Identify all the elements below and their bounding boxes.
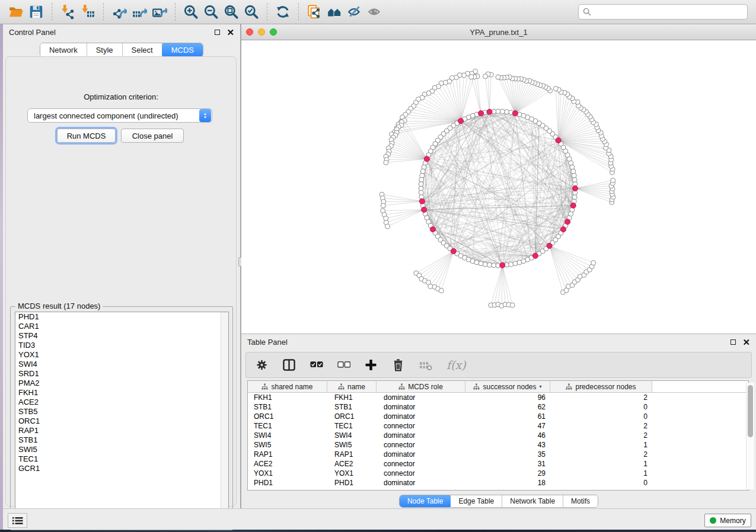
column-header-MCDS-role[interactable]: MCDS role xyxy=(377,381,465,392)
column-header-shared-name[interactable]: shared name xyxy=(248,381,327,392)
memory-button[interactable]: Memory xyxy=(704,514,751,527)
close-table-panel-icon[interactable]: ✕ xyxy=(742,338,750,347)
table-row[interactable]: SWI5SWI5connector431 xyxy=(248,440,748,450)
cell-name: ORC1 xyxy=(327,412,377,421)
mcds-result-item[interactable]: PMA2 xyxy=(15,379,228,388)
column-header-successor-nodes[interactable]: successor nodes▾ xyxy=(465,381,550,392)
select-all-checks-button[interactable] xyxy=(310,358,323,371)
close-panel-icon[interactable]: ✕ xyxy=(227,28,234,37)
mcds-result-item[interactable]: STB1 xyxy=(15,435,228,445)
window-minimize-icon[interactable] xyxy=(258,28,265,36)
add-column-icon xyxy=(365,358,378,371)
table-scrollbar-thumb[interactable] xyxy=(748,385,753,437)
mcds-result-item[interactable]: PHD1 xyxy=(15,312,228,322)
mcds-result-item[interactable]: SRD1 xyxy=(15,369,228,379)
table-row[interactable]: PHD1PHD1dominator180 xyxy=(248,478,748,488)
network-canvas[interactable] xyxy=(241,40,756,334)
mcds-result-item[interactable]: RAP1 xyxy=(15,426,228,435)
table-row[interactable]: SWI4SWI4dominator462 xyxy=(248,431,748,440)
cell-successor-nodes: 18 xyxy=(465,479,550,487)
export-network-button[interactable] xyxy=(109,2,129,22)
search-field[interactable] xyxy=(578,4,748,20)
control-tab-mcds[interactable]: MCDS xyxy=(162,43,203,57)
cell-successor-nodes: 29 xyxy=(465,469,550,477)
import-network-button[interactable] xyxy=(58,2,78,22)
zoom-fit-button[interactable] xyxy=(221,2,241,22)
cell-name: TEC1 xyxy=(327,422,377,430)
float-panel-icon[interactable] xyxy=(215,30,220,35)
memory-status-icon xyxy=(710,517,716,524)
column-header-predecessor-nodes[interactable]: predecessor nodes xyxy=(550,381,652,392)
search-input[interactable] xyxy=(594,8,747,17)
control-tab-network[interactable]: Network xyxy=(40,43,87,57)
vizmapper-toggle-button[interactable] xyxy=(344,2,365,22)
table-tab-node-table[interactable]: Node Table xyxy=(399,495,452,508)
zoom-out-button[interactable] xyxy=(201,2,221,22)
table-row[interactable]: FKH1FKH1dominator962 xyxy=(248,393,748,402)
settings-gear-button[interactable] xyxy=(256,358,269,371)
cell-successor-nodes: 96 xyxy=(465,393,550,402)
mcds-result-list[interactable]: PHD1CAR1STP4TID3YOX1SWI4SRD1PMA2FKH1ACE2… xyxy=(15,312,229,525)
function-builder-button[interactable]: f(x) xyxy=(446,358,466,371)
vizmapper-toggle-icon xyxy=(347,4,362,20)
window-close-icon[interactable] xyxy=(246,28,253,36)
mcds-result-item[interactable]: SWI5 xyxy=(15,445,228,454)
mcds-result-item[interactable]: TID3 xyxy=(15,341,228,350)
delete-table-button[interactable] xyxy=(419,358,432,371)
table-row[interactable]: ACE2ACE2connector311 xyxy=(248,459,748,469)
mcds-result-item[interactable]: ACE2 xyxy=(15,398,228,407)
mcds-result-item[interactable]: SWI4 xyxy=(15,360,228,369)
cell-shared-name: ORC1 xyxy=(248,412,327,421)
run-mcds-button[interactable]: Run MCDS xyxy=(57,129,116,143)
open-file-button[interactable] xyxy=(6,2,26,22)
table-tab-network-table[interactable]: Network Table xyxy=(502,495,563,507)
table-row[interactable]: RAP1RAP1dominator352 xyxy=(248,450,748,459)
control-tab-select[interactable]: Select xyxy=(123,43,162,57)
mcds-result-item[interactable]: GCR1 xyxy=(15,464,228,473)
export-image-button[interactable] xyxy=(149,2,170,22)
table-row[interactable]: TEC1TEC1connector472 xyxy=(248,421,748,431)
duplicate-network-icon xyxy=(307,4,322,20)
mcds-result-item[interactable]: ORC1 xyxy=(15,416,228,426)
cell-shared-name: PHD1 xyxy=(248,479,327,487)
table-row[interactable]: ORC1ORC1dominator610 xyxy=(248,412,748,421)
refresh-layout-button[interactable] xyxy=(273,2,293,22)
status-menu-button[interactable] xyxy=(8,513,27,528)
duplicate-network-button[interactable] xyxy=(304,2,324,22)
criterion-dropdown[interactable]: largest connected component (undirected)… xyxy=(27,108,212,123)
mcds-list-scrollbar[interactable] xyxy=(221,312,228,524)
column-type-icon xyxy=(473,383,480,390)
table-row[interactable]: STB1STB1dominator620 xyxy=(248,402,748,412)
mcds-result-item[interactable]: STB5 xyxy=(15,407,228,416)
table-tab-motifs[interactable]: Motifs xyxy=(563,495,598,507)
mcds-result-item[interactable]: TEC1 xyxy=(15,454,228,464)
toolbar-separator xyxy=(298,3,299,21)
control-tab-style[interactable]: Style xyxy=(87,43,123,57)
export-table-button[interactable] xyxy=(129,2,149,22)
mcds-result-item[interactable]: CAR1 xyxy=(15,322,228,331)
zoom-selected-button[interactable] xyxy=(241,2,261,22)
first-neighbors-button[interactable] xyxy=(324,2,344,22)
mcds-result-item[interactable]: STP4 xyxy=(15,331,228,341)
delete-column-button[interactable] xyxy=(392,358,405,371)
table-tab-edge-table[interactable]: Edge Table xyxy=(451,495,502,507)
float-table-panel-icon[interactable] xyxy=(731,339,736,345)
save-session-button[interactable] xyxy=(26,2,46,22)
table-scrollbar[interactable] xyxy=(746,383,754,489)
window-maximize-icon[interactable] xyxy=(270,28,277,36)
network-window-titlebar[interactable]: YPA_prune.txt_1 xyxy=(241,24,756,40)
deselect-all-checks-button[interactable] xyxy=(337,358,350,371)
cell-predecessor-nodes: 1 xyxy=(550,469,652,477)
mcds-result-item[interactable]: YOX1 xyxy=(15,350,228,360)
mcds-result-item[interactable]: FKH1 xyxy=(15,388,228,398)
table-row[interactable]: YOX1YOX1connector291 xyxy=(248,469,748,478)
close-panel-button[interactable]: Close panel xyxy=(121,129,184,143)
cell-successor-nodes: 35 xyxy=(465,450,550,459)
zoom-in-button[interactable] xyxy=(181,2,201,22)
toggle-columns-button[interactable] xyxy=(283,358,296,371)
cell-shared-name: STB1 xyxy=(248,403,327,411)
add-column-button[interactable] xyxy=(365,358,378,371)
import-table-button[interactable] xyxy=(78,2,98,22)
graphics-details-toggle-button[interactable] xyxy=(365,2,385,22)
column-header-name[interactable]: name xyxy=(327,381,377,392)
